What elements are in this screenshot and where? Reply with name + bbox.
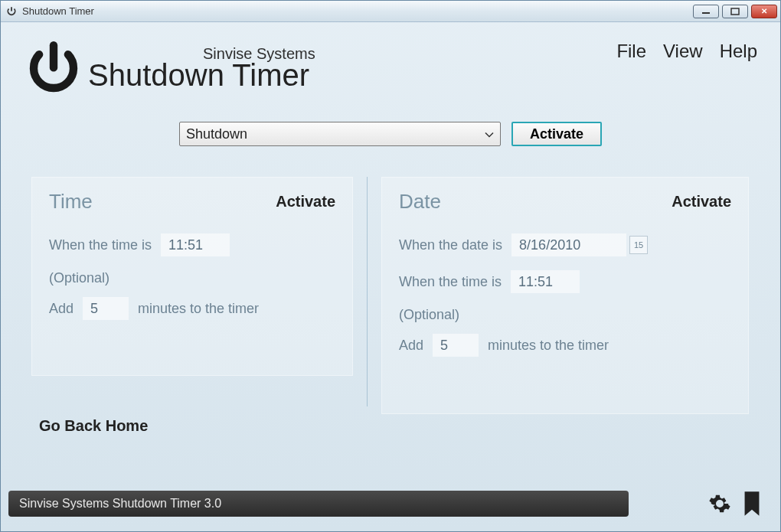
maximize-button[interactable] [722,5,748,18]
time-panel: Time Activate When the time is (Optional… [31,177,353,376]
logo: Sinvise Systems Shutdown Timer [24,39,315,99]
activate-button[interactable]: Activate [511,122,602,146]
window-controls: ✕ [693,5,777,18]
date-optional-label: (Optional) [399,307,731,323]
menu-bar: File View Help [616,39,757,62]
menu-view[interactable]: View [663,41,703,62]
menu-help[interactable]: Help [720,41,757,62]
date-when-label: When the date is [399,237,502,253]
chevron-down-icon [485,126,494,142]
date-add-input[interactable] [433,334,479,357]
svg-rect-1 [731,8,739,15]
calendar-icon[interactable]: 15 [629,236,648,254]
bookmark-icon[interactable] [743,491,760,519]
titlebar: Shutdown Timer ✕ [1,1,780,22]
svg-rect-0 [702,12,710,14]
date-panel: Date Activate When the date is 15 When t… [381,177,749,414]
date-time-when-label: When the time is [399,274,502,290]
panel-divider [367,177,368,406]
time-input[interactable] [161,233,230,256]
time-optional-label: (Optional) [49,270,335,286]
app-title: Shutdown Timer [88,58,315,93]
date-time-input[interactable] [511,270,580,293]
date-input[interactable] [511,233,626,256]
app-window: Shutdown Timer ✕ Sinvise Systems Shutdow… [0,0,781,532]
status-bar: Sinvise Systems Shutdown Timer 3.0 [8,491,629,517]
date-panel-title: Date [399,190,441,214]
date-activate-link[interactable]: Activate [672,193,731,211]
header: Sinvise Systems Shutdown Timer File View… [1,22,780,99]
time-add-label: Add [49,301,74,317]
minimize-button[interactable] [693,5,719,18]
action-selected: Shutdown [186,126,247,142]
date-add-suffix: minutes to the timer [488,338,609,354]
time-activate-link[interactable]: Activate [276,193,335,211]
gear-icon[interactable] [708,492,731,518]
action-select[interactable]: Shutdown [179,122,501,146]
window-title: Shutdown Timer [22,5,693,17]
close-button[interactable]: ✕ [751,5,777,18]
date-add-label: Add [399,338,423,354]
time-add-input[interactable] [83,297,129,320]
menu-file[interactable]: File [616,41,646,62]
go-back-home-link[interactable]: Go Back Home [39,417,148,435]
footer: Sinvise Systems Shutdown Timer 3.0 [8,485,773,522]
time-add-suffix: minutes to the timer [138,301,259,317]
action-row: Shutdown Activate [1,122,780,146]
time-when-label: When the time is [49,237,152,253]
power-icon [5,5,18,18]
power-icon [24,39,83,99]
time-panel-title: Time [49,190,93,214]
panels: Time Activate When the time is (Optional… [1,146,780,414]
